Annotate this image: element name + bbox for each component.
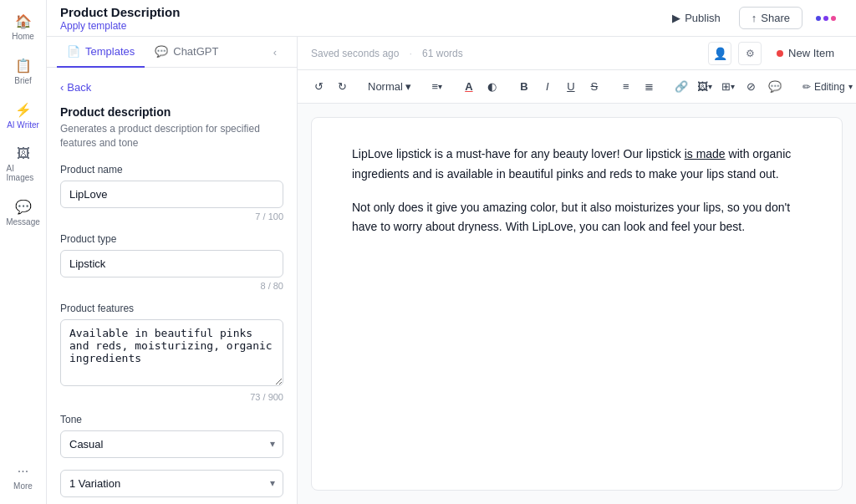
logo (809, 8, 843, 28)
highlight-button[interactable]: ◐ (482, 76, 503, 98)
product-type-char-count: 8 / 80 (60, 281, 283, 291)
back-chevron-icon: ‹ (60, 81, 64, 94)
sidebar-item-ai-images[interactable]: 🖼 AI Images (3, 140, 43, 189)
variation-select-wrapper: 1 Variation 2 Variations 3 Variations ▾ (60, 470, 283, 497)
underline-text: is made (685, 147, 726, 160)
highlight-icon: ◐ (487, 80, 497, 93)
tab-chatgpt[interactable]: 💬 ChatGPT (145, 37, 228, 68)
sidebar-item-message[interactable]: 💬 Message (3, 192, 43, 233)
nav-ai-writer-label: AI Writer (7, 120, 39, 130)
sidebar-item-brief[interactable]: 📋 Brief (3, 51, 43, 92)
status-divider: · (409, 47, 412, 59)
italic-button[interactable]: I (537, 76, 558, 98)
share-button[interactable]: ↑ Share (739, 7, 802, 29)
font-color-button[interactable]: A (458, 76, 480, 98)
sidebar-item-home[interactable]: 🏠 Home (3, 7, 43, 48)
product-type-input[interactable] (60, 250, 283, 277)
main-area: Product Description Apply template ▶ Pub… (47, 0, 856, 504)
sidebar-collapse-button[interactable]: ‹ (263, 40, 287, 64)
product-features-group: Product features Available in beautiful … (60, 303, 283, 402)
logo-dot-3 (831, 16, 836, 21)
variation-select[interactable]: 1 Variation 2 Variations 3 Variations (60, 470, 283, 497)
tab-chatgpt-label: ChatGPT (173, 45, 218, 58)
italic-icon: I (546, 80, 549, 93)
editing-chevron-icon: ▾ (848, 82, 853, 91)
redo-button[interactable]: ↻ (331, 76, 353, 98)
red-dot-indicator (777, 50, 783, 57)
page-title-area: Product Description Apply template (60, 5, 654, 32)
sidebar-item-ai-writer[interactable]: ⚡ AI Writer (3, 95, 43, 136)
comment-icon: 💬 (768, 80, 782, 93)
avatar-icon-btn[interactable]: 👤 (708, 42, 731, 65)
tone-select-wrapper: Casual Formal Friendly Professional ▾ (60, 430, 283, 458)
numbered-list-button[interactable]: ≣ (639, 76, 660, 98)
image-button[interactable]: 🖼 ▾ (694, 76, 716, 98)
tab-templates[interactable]: 📄 Templates (57, 37, 145, 68)
message-icon: 💬 (15, 199, 32, 215)
nav-message-label: Message (6, 217, 40, 227)
settings-icon: ⚙ (746, 48, 755, 59)
nav-more-label: More (13, 481, 33, 491)
undo-button[interactable]: ↺ (308, 76, 329, 98)
tone-select[interactable]: Casual Formal Friendly Professional (60, 430, 283, 458)
editor-content[interactable]: LipLove lipstick is a must-have for any … (311, 117, 843, 491)
table-chevron-icon: ▾ (731, 82, 735, 91)
comment-button[interactable]: 💬 (764, 76, 786, 98)
brief-icon: 📋 (15, 58, 32, 74)
editing-label: Editing (814, 81, 845, 93)
strikethrough-icon: S (591, 80, 599, 93)
editor-area: Saved seconds ago · 61 words 👤 ⚙ New Ite… (298, 37, 856, 504)
product-features-char-count: 73 / 900 (60, 392, 283, 402)
align-chevron-icon: ▾ (438, 82, 442, 91)
editing-mode-button[interactable]: ✏ Editing ▾ (796, 79, 856, 95)
back-label: Back (67, 81, 91, 94)
product-type-group: Product type 8 / 80 (60, 233, 283, 291)
bold-icon: B (520, 80, 527, 93)
settings-icon-btn[interactable]: ⚙ (738, 42, 762, 65)
section-desc: Generates a product description for spec… (60, 122, 283, 150)
variation-group: 1 Variation 2 Variations 3 Variations ▾ (60, 470, 283, 497)
publish-button[interactable]: ▶ Publish (660, 8, 732, 28)
apply-template-link[interactable]: Apply template (60, 20, 126, 32)
link-button[interactable]: 🔗 (670, 76, 692, 98)
strikethrough-button[interactable]: S (583, 76, 605, 98)
sidebar-item-more[interactable]: ··· More (3, 457, 43, 497)
bullet-list-button[interactable]: ≡ (615, 76, 637, 98)
pencil-icon: ✏ (802, 81, 811, 93)
content-area: 📄 Templates 💬 ChatGPT ‹ ‹ Back Product d… (47, 37, 856, 504)
save-status: Saved seconds ago (311, 48, 399, 59)
product-features-label: Product features (60, 303, 283, 314)
strikethrough2-button[interactable]: ⊘ (741, 76, 762, 98)
bold-button[interactable]: B (513, 76, 535, 98)
product-name-input[interactable] (60, 181, 283, 208)
section-title: Product description (60, 105, 283, 119)
collapse-icon: ‹ (273, 46, 277, 59)
style-select-button[interactable]: Normal ▾ (363, 79, 416, 94)
status-right-actions: 👤 ⚙ New Item (708, 42, 843, 65)
templates-icon: 📄 (67, 45, 80, 58)
top-bar: Product Description Apply template ▶ Pub… (47, 0, 856, 37)
chatgpt-icon: 💬 (155, 45, 168, 58)
tab-templates-label: Templates (85, 45, 135, 58)
left-nav: 🏠 Home 📋 Brief ⚡ AI Writer 🖼 AI Images 💬… (0, 0, 47, 504)
table-button[interactable]: ⊞ ▾ (717, 76, 739, 98)
tone-label: Tone (60, 414, 283, 425)
avatar-icon: 👤 (713, 47, 727, 60)
nav-home-label: Home (12, 32, 34, 41)
product-name-group: Product name 7 / 100 (60, 164, 283, 221)
nav-ai-images-label: AI Images (7, 164, 40, 182)
logo-dot-1 (816, 16, 821, 21)
font-color-icon: A (465, 80, 472, 93)
editor-toolbar: ↺ ↻ Normal ▾ ≡ ▾ A ◐ (298, 70, 856, 104)
back-button[interactable]: ‹ Back (60, 81, 283, 94)
product-features-textarea[interactable]: Available in beautiful pinks and reds, m… (60, 319, 283, 386)
align-button[interactable]: ≡ ▾ (426, 76, 448, 98)
underline-button[interactable]: U (560, 76, 582, 98)
product-type-label: Product type (60, 233, 283, 245)
page-title: Product Description (60, 5, 654, 19)
bullet-list-icon: ≡ (623, 80, 629, 93)
align-icon: ≡ (432, 80, 439, 93)
top-bar-actions: ▶ Publish ↑ Share (660, 7, 843, 29)
more-icon: ··· (18, 464, 28, 479)
editor-status-bar: Saved seconds ago · 61 words 👤 ⚙ New Ite… (298, 37, 856, 70)
